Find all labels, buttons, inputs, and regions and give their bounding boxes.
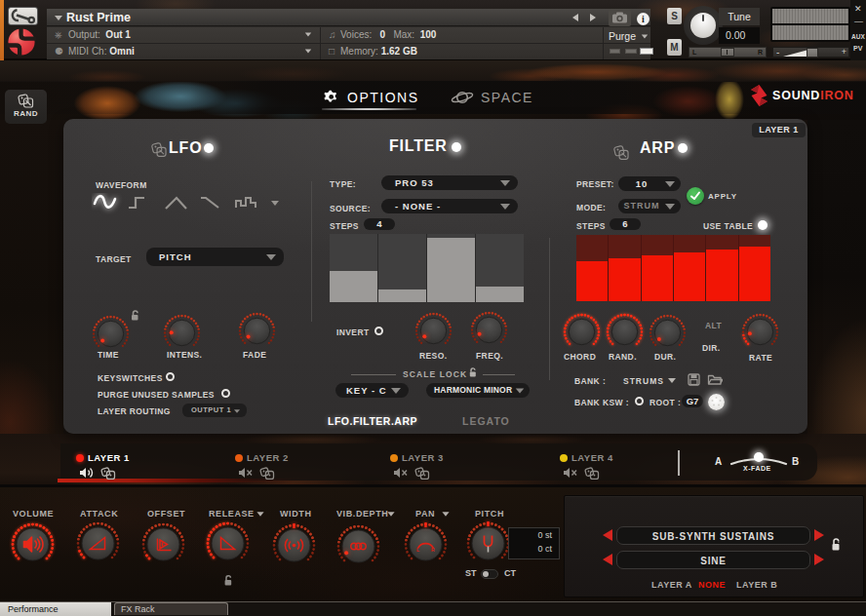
svg-text:R: R bbox=[431, 547, 435, 553]
svg-text:L: L bbox=[416, 547, 419, 553]
